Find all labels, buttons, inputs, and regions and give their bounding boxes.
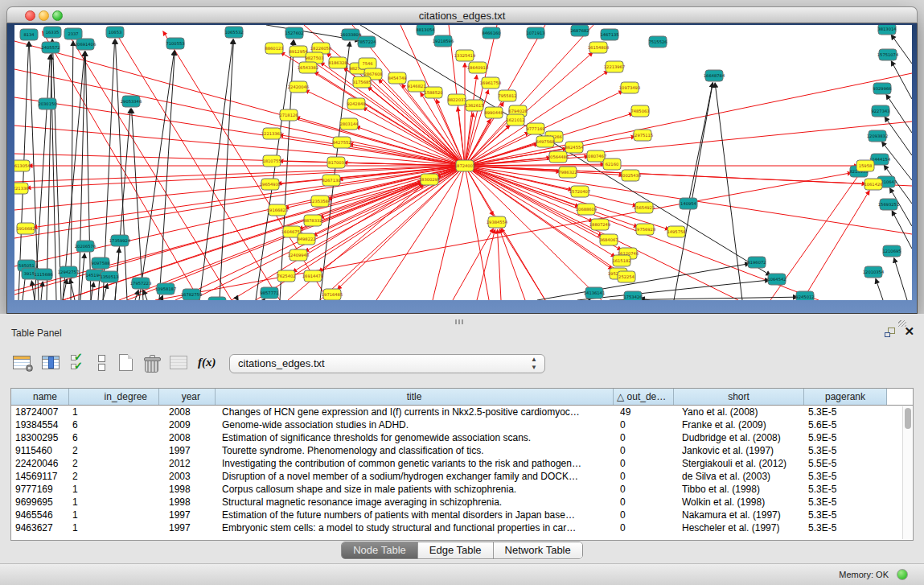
network-node[interactable]: 19218596 — [433, 35, 454, 47]
table-row[interactable]: 977716911998Corpus callosum shape and si… — [11, 483, 901, 496]
select-rows-icon[interactable]: ✓ ✓ — [71, 353, 88, 373]
table-cell[interactable]: 0 — [614, 418, 674, 431]
table-cell[interactable]: 0 — [614, 509, 674, 521]
network-node[interactable]: 19654935 — [260, 179, 281, 190]
network-node[interactable]: 62160 — [603, 159, 621, 170]
table-cell[interactable]: 2009 — [159, 418, 216, 431]
network-node[interactable]: 16961758 — [480, 77, 501, 89]
network-node[interactable]: 9329966 — [873, 83, 891, 94]
table-cell[interactable]: 0 — [614, 444, 674, 457]
table-cell[interactable]: Changes of HCN gene expression and I(f) … — [216, 406, 614, 418]
table-row[interactable]: 1938455462009Genome-wide association stu… — [11, 418, 901, 431]
network-node[interactable]: 2687682 — [570, 25, 589, 36]
network-node[interactable]: 1495758 — [667, 226, 685, 237]
network-node[interactable]: 18807249 — [589, 219, 610, 230]
table-cell[interactable]: 2012 — [159, 457, 216, 470]
network-node[interactable]: 8613054 — [14, 160, 31, 171]
table-column-icon[interactable] — [42, 356, 60, 369]
network-node[interactable]: 252254 — [618, 271, 635, 282]
network-node[interactable]: 19384554 — [487, 216, 508, 228]
table-cell[interactable]: de Silva et al. (2003) — [674, 470, 804, 483]
network-node[interactable]: 9245012 — [795, 291, 814, 300]
network-node[interactable]: 1210695 — [882, 245, 901, 257]
table-cell[interactable]: 5.9E-5 — [804, 431, 887, 444]
network-node[interactable]: 12093832 — [867, 130, 888, 142]
network-node[interactable]: 16543382 — [298, 62, 318, 73]
table-scrollbar[interactable] — [902, 406, 912, 539]
network-node[interactable]: 7100553 — [166, 38, 184, 49]
network-node[interactable]: 15958 — [856, 160, 874, 171]
network-node[interactable]: 16648784 — [704, 70, 725, 81]
scrollbar-thumb[interactable] — [905, 408, 911, 429]
table-cell[interactable]: 0 — [614, 457, 674, 470]
network-node[interactable]: 2337 — [64, 28, 82, 39]
network-node[interactable]: 3175685 — [352, 76, 371, 88]
column-header-year[interactable]: year — [159, 389, 216, 405]
network-node[interactable]: 2405572 — [41, 42, 60, 53]
table-cell[interactable]: 5.3E-5 — [804, 496, 887, 509]
network-node[interactable]: 7986322 — [558, 167, 577, 178]
network-node[interactable]: 13325419 — [454, 50, 475, 61]
table-cell[interactable]: 2 — [69, 457, 159, 470]
table-cell[interactable]: 0 — [614, 431, 674, 444]
table-row[interactable]: 1830029562008Estimation of significance … — [11, 431, 901, 444]
network-node[interactable]: 1064542 — [767, 274, 786, 285]
network-node[interactable]: 1065532 — [224, 27, 243, 38]
network-node[interactable]: 9777169 — [526, 123, 544, 134]
memory-ok-icon[interactable] — [897, 569, 908, 580]
column-header-short[interactable]: short — [674, 389, 804, 405]
network-node[interactable]: 1916682 — [16, 223, 35, 234]
network-node[interactable]: 2803144 — [339, 118, 359, 130]
table-cell[interactable]: 1 — [69, 496, 159, 509]
table-settings-icon[interactable] — [13, 356, 31, 369]
column-header-in_degree[interactable]: in_degree — [69, 389, 159, 405]
table-cell[interactable]: 2 — [69, 470, 159, 483]
table-cell[interactable]: Dudbridge et al. (2008) — [674, 431, 804, 444]
table-cell[interactable]: Disruption of a novel member of a sodium… — [216, 470, 614, 483]
table-cell[interactable]: Genome-wide association studies in ADHD. — [216, 418, 614, 431]
table-cell[interactable]: 1997 — [159, 521, 216, 534]
table-cell[interactable]: Franke et al. (2009) — [674, 418, 804, 431]
table-cell[interactable]: 1 — [69, 406, 159, 418]
network-node[interactable]: 1621012 — [506, 114, 524, 126]
network-node[interactable]: 8624554 — [565, 142, 584, 153]
network-node[interactable]: 7546 — [359, 58, 376, 69]
network-node[interactable]: 1467135 — [600, 29, 618, 40]
network-node[interactable]: 7485063 — [630, 105, 649, 117]
table-cell[interactable]: 9115460 — [11, 444, 69, 457]
table-cell[interactable]: 1997 — [159, 444, 216, 457]
network-node[interactable]: 9227343 — [871, 105, 889, 117]
table-cell[interactable]: Stergiakouli et al. (2012) — [674, 457, 804, 470]
network-node[interactable]: 8196072 — [747, 257, 766, 268]
network-node[interactable]: 29053346 — [121, 96, 142, 107]
network-canvas[interactable]: 8134163352337240557220691406106537100553… — [14, 25, 912, 300]
network-node[interactable]: 1061426 — [864, 179, 882, 190]
table-cell[interactable]: 18724007 — [11, 406, 69, 418]
table-cell[interactable]: 5.3E-5 — [804, 521, 887, 534]
network-node[interactable]: 12942757 — [58, 266, 79, 278]
function-builder-icon[interactable]: f(x) — [198, 355, 216, 369]
table-row[interactable]: 1872400712008Changes of HCN gene express… — [11, 406, 901, 418]
network-node[interactable]: 15751074 — [877, 49, 899, 60]
network-node[interactable]: 12213967 — [604, 61, 625, 72]
network-node[interactable]: 16335 — [43, 27, 61, 38]
network-node[interactable]: 3813014 — [877, 25, 897, 35]
column-header-title[interactable]: title — [216, 389, 614, 405]
column-header-out_de[interactable]: △ out_de… — [614, 389, 674, 405]
table-cell[interactable]: 5.3E-5 — [804, 444, 887, 457]
column-header-pagerank[interactable]: pagerank — [804, 389, 887, 405]
network-node[interactable]: 18300295 — [419, 174, 440, 185]
network-node[interactable]: 22420046 — [288, 81, 309, 93]
network-node[interactable]: 9857771 — [260, 287, 278, 299]
network-node[interactable]: 19756928 — [634, 224, 655, 235]
network-node[interactable]: 12353584 — [310, 196, 331, 207]
network-node[interactable]: 15654923 — [634, 202, 655, 213]
network-node[interactable]: 15693251 — [878, 199, 899, 210]
table-cell[interactable]: 5.3E-5 — [804, 406, 887, 418]
network-node[interactable]: 17359924 — [109, 235, 131, 246]
network-node[interactable]: 8498222 — [297, 233, 315, 245]
table-cell[interactable]: 22420046 — [11, 457, 69, 470]
table-cell[interactable]: 9777169 — [11, 483, 69, 496]
table-cell[interactable]: 5.3E-5 — [804, 470, 887, 483]
network-node[interactable]: 10653 — [106, 27, 124, 38]
